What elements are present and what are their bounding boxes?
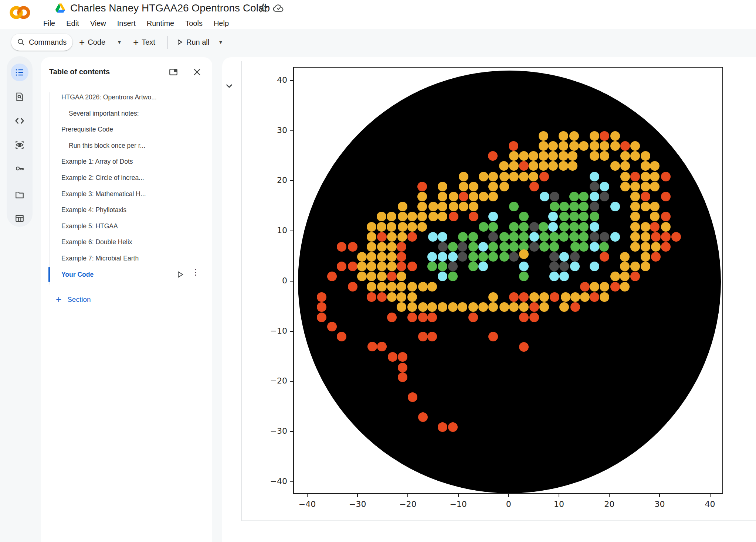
star-icon[interactable] xyxy=(258,3,269,14)
x-axis-tick xyxy=(508,494,509,497)
variable-inspector-icon[interactable] xyxy=(11,136,28,154)
menu-insert[interactable]: Insert xyxy=(117,19,136,28)
scatter-dot xyxy=(610,202,620,211)
scatter-dot xyxy=(529,172,538,181)
add-section-label: Section xyxy=(67,296,91,304)
scatter-dot xyxy=(488,172,498,181)
scatter-dot xyxy=(519,272,529,281)
menu-help[interactable]: Help xyxy=(214,19,229,28)
menu-runtime[interactable]: Runtime xyxy=(147,19,174,28)
scatter-dot xyxy=(661,232,671,242)
scatter-dot xyxy=(529,182,539,191)
find-replace-icon[interactable] xyxy=(11,88,28,106)
menu-bar: FileEditViewInsertRuntimeToolsHelp xyxy=(43,18,229,29)
scatter-dot xyxy=(570,252,580,262)
left-icon-rail xyxy=(7,56,33,227)
scatter-dot xyxy=(519,172,529,181)
colab-logo-icon[interactable] xyxy=(8,3,32,22)
toc-item-12[interactable]: Your Code xyxy=(61,271,94,279)
scatter-dot xyxy=(367,232,376,242)
scatter-dot xyxy=(407,262,417,271)
scatter-dot xyxy=(479,222,488,232)
scatter-dot xyxy=(438,252,447,262)
scatter-dot xyxy=(610,161,620,171)
scatter-dot xyxy=(377,292,387,302)
toc-item-10[interactable]: Example 6: Double Helix xyxy=(61,238,132,246)
secrets-icon[interactable] xyxy=(11,160,28,177)
scatter-dot xyxy=(478,262,488,271)
add-section-button[interactable]: + Section xyxy=(56,294,91,305)
toc-item-1[interactable]: HTGAA 2026: Opentrons Artwo... xyxy=(61,93,157,101)
scatter-dot xyxy=(499,161,509,171)
open-in-new-pane-icon[interactable] xyxy=(169,67,178,77)
menu-edit[interactable]: Edit xyxy=(66,19,79,28)
toc-item-3[interactable]: Prerequisite Code xyxy=(61,126,113,133)
toc-item-11[interactable]: Example 7: Microbial Earth xyxy=(61,255,139,262)
menu-view[interactable]: View xyxy=(90,19,106,28)
scatter-dot xyxy=(570,292,580,302)
scatter-dot xyxy=(468,262,478,271)
y-axis-tick xyxy=(290,231,293,231)
run-all-dropdown[interactable]: ▼ xyxy=(218,34,223,51)
scatter-dot xyxy=(449,202,458,211)
run-all-button[interactable]: Run all xyxy=(176,34,209,51)
y-axis-tick-label: 10 xyxy=(258,226,287,235)
add-code-dropdown[interactable]: ▼ xyxy=(117,34,122,51)
scatter-dot xyxy=(438,302,447,312)
scatter-dot xyxy=(499,252,509,262)
scatter-dot xyxy=(509,232,519,242)
scatter-dot xyxy=(438,202,447,211)
toc-item-4[interactable]: Run this block once per r... xyxy=(69,142,145,150)
collapse-section-chevron-icon[interactable] xyxy=(224,81,234,91)
scatter-dot xyxy=(418,302,428,312)
scatter-dot xyxy=(448,262,458,271)
scatter-dot xyxy=(559,272,569,281)
scatter-dot xyxy=(559,151,568,161)
toc-item-6[interactable]: Example 2: Circle of increa... xyxy=(61,174,144,182)
cloud-saved-icon[interactable] xyxy=(273,3,285,14)
toolbar-divider xyxy=(167,36,168,49)
toc-item-9[interactable]: Example 5: HTGAA xyxy=(61,222,118,230)
scatter-dot xyxy=(651,232,661,242)
toc-item-5[interactable]: Example 1: Array of Dots xyxy=(61,158,133,166)
scatter-dot xyxy=(377,222,386,232)
scatter-dot xyxy=(641,161,650,171)
scatter-dot xyxy=(549,272,559,281)
scatter-dot xyxy=(377,272,387,281)
toc-item-8[interactable]: Example 4: Phyllotaxis xyxy=(61,206,126,214)
scatter-dot xyxy=(367,292,376,302)
toc-item-2[interactable]: Several important notes: xyxy=(69,110,139,117)
x-axis-tick xyxy=(559,494,559,497)
scatter-dot xyxy=(509,252,519,262)
scatter-dot xyxy=(397,262,406,271)
toc-item-7[interactable]: Example 3: Mathematical H... xyxy=(61,190,146,198)
scatter-dot xyxy=(590,182,599,191)
scatter-dot xyxy=(397,272,406,281)
scatter-dot xyxy=(651,242,661,252)
search-icon xyxy=(17,38,25,46)
plus-icon: + xyxy=(79,37,85,47)
section-more-menu-icon[interactable]: ⋮ xyxy=(191,271,200,280)
scatter-dot xyxy=(388,352,397,362)
scatter-dot xyxy=(438,272,447,281)
x-axis-tick xyxy=(407,494,408,497)
menu-tools[interactable]: Tools xyxy=(185,19,203,28)
run-section-play-icon[interactable] xyxy=(176,270,184,279)
data-table-icon[interactable] xyxy=(11,209,28,227)
files-icon[interactable] xyxy=(11,186,28,204)
add-text-button[interactable]: + Text xyxy=(133,34,155,51)
commands-button[interactable]: Commands xyxy=(11,34,72,51)
table-of-contents-icon[interactable] xyxy=(11,64,28,81)
scatter-dot xyxy=(367,252,376,262)
scatter-dot xyxy=(641,242,650,252)
notebook-title[interactable]: Charles Naney HTGAA26 Opentrons Colab xyxy=(70,2,270,14)
code-snippets-icon[interactable] xyxy=(11,112,28,130)
menu-file[interactable]: File xyxy=(43,19,55,28)
scatter-dot xyxy=(590,131,599,141)
scatter-dot xyxy=(317,292,326,302)
add-code-button[interactable]: + Code xyxy=(79,34,105,51)
close-icon[interactable] xyxy=(192,67,202,77)
scatter-dot xyxy=(418,313,428,322)
scatter-dot xyxy=(367,272,376,281)
scatter-dot xyxy=(397,232,407,242)
